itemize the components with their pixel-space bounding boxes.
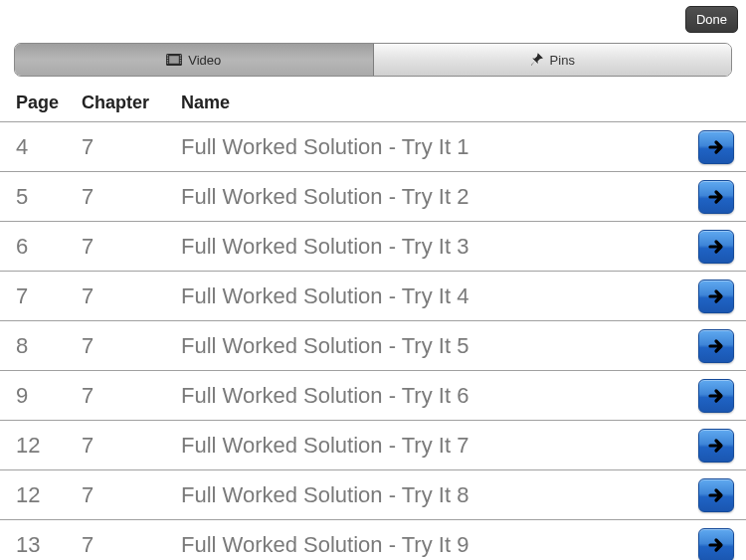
go-button[interactable]	[698, 379, 734, 413]
cell-name: Full Worked Solution - Try It 3	[181, 234, 698, 260]
svg-rect-9	[180, 62, 181, 63]
cell-chapter: 7	[82, 134, 181, 160]
table-row: 127Full Worked Solution - Try It 8	[0, 470, 746, 520]
col-header-page: Page	[16, 93, 82, 113]
svg-rect-3	[167, 58, 168, 59]
table-body: 47Full Worked Solution - Try It 157Full …	[0, 121, 746, 560]
cell-chapter: 7	[82, 283, 181, 309]
topbar: Done	[0, 0, 746, 33]
table-row: 127Full Worked Solution - Try It 7	[0, 421, 746, 470]
arrow-right-icon	[706, 336, 726, 356]
cell-page: 4	[16, 134, 82, 160]
film-icon	[166, 54, 182, 66]
col-header-chapter: Chapter	[82, 93, 181, 113]
cell-chapter: 7	[82, 433, 181, 459]
table-row: 137Full Worked Solution - Try It 9	[0, 520, 746, 560]
table-row: 77Full Worked Solution - Try It 4	[0, 272, 746, 321]
cell-chapter: 7	[82, 532, 181, 558]
arrow-right-icon	[706, 535, 726, 555]
cell-page: 5	[16, 184, 82, 210]
done-button[interactable]: Done	[685, 6, 738, 33]
go-button[interactable]	[698, 180, 734, 214]
table-header: Page Chapter Name	[0, 87, 746, 121]
cell-page: 8	[16, 333, 82, 359]
go-button[interactable]	[698, 478, 734, 512]
cell-chapter: 7	[82, 184, 181, 210]
cell-name: Full Worked Solution - Try It 6	[181, 383, 698, 409]
arrow-right-icon	[706, 436, 726, 456]
tab-pins[interactable]: Pins	[374, 44, 732, 76]
cell-name: Full Worked Solution - Try It 5	[181, 333, 698, 359]
tab-video[interactable]: Video	[15, 44, 374, 76]
tab-video-label: Video	[188, 53, 221, 68]
table-row: 47Full Worked Solution - Try It 1	[0, 122, 746, 172]
cell-chapter: 7	[82, 333, 181, 359]
go-button[interactable]	[698, 429, 734, 463]
segmented-control: Video Pins	[14, 43, 732, 77]
cell-page: 12	[16, 433, 82, 459]
pin-icon	[530, 53, 544, 67]
cell-chapter: 7	[82, 482, 181, 508]
cell-chapter: 7	[82, 383, 181, 409]
svg-rect-5	[167, 62, 168, 63]
svg-rect-4	[167, 60, 168, 61]
go-button[interactable]	[698, 230, 734, 264]
tab-pins-label: Pins	[550, 53, 575, 68]
go-button[interactable]	[698, 329, 734, 363]
svg-rect-1	[169, 56, 179, 64]
table-row: 87Full Worked Solution - Try It 5	[0, 321, 746, 371]
cell-page: 12	[16, 482, 82, 508]
cell-name: Full Worked Solution - Try It 9	[181, 532, 698, 558]
table-row: 57Full Worked Solution - Try It 2	[0, 172, 746, 222]
cell-chapter: 7	[82, 234, 181, 260]
arrow-right-icon	[706, 286, 726, 306]
cell-name: Full Worked Solution - Try It 2	[181, 184, 698, 210]
svg-rect-6	[180, 55, 181, 56]
cell-name: Full Worked Solution - Try It 8	[181, 482, 698, 508]
arrow-right-icon	[706, 237, 726, 257]
cell-name: Full Worked Solution - Try It 1	[181, 134, 698, 160]
cell-page: 9	[16, 383, 82, 409]
svg-rect-8	[180, 60, 181, 61]
cell-page: 13	[16, 532, 82, 558]
cell-name: Full Worked Solution - Try It 4	[181, 283, 698, 309]
svg-rect-7	[180, 58, 181, 59]
cell-page: 6	[16, 234, 82, 260]
col-header-name: Name	[181, 93, 730, 113]
arrow-right-icon	[706, 485, 726, 505]
arrow-right-icon	[706, 137, 726, 157]
table-row: 67Full Worked Solution - Try It 3	[0, 222, 746, 272]
arrow-right-icon	[706, 386, 726, 406]
svg-rect-2	[167, 55, 168, 56]
go-button[interactable]	[698, 280, 734, 313]
cell-name: Full Worked Solution - Try It 7	[181, 433, 698, 459]
arrow-right-icon	[706, 187, 726, 207]
cell-page: 7	[16, 283, 82, 309]
table-row: 97Full Worked Solution - Try It 6	[0, 371, 746, 421]
go-button[interactable]	[698, 130, 734, 164]
go-button[interactable]	[698, 528, 734, 561]
